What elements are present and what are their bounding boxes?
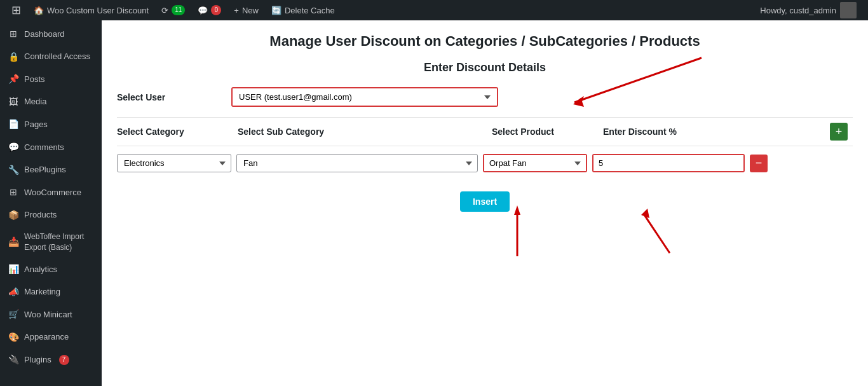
col-header-category: Select Category xyxy=(117,127,238,137)
add-row-button[interactable]: + xyxy=(830,123,848,141)
plugins-icon: 🔌 xyxy=(8,354,19,366)
media-icon: 🖼 xyxy=(8,96,19,109)
category-select[interactable]: Electronics xyxy=(117,154,231,172)
updates-icon: ⟳ xyxy=(161,6,168,15)
sidebar-item-controlled-access[interactable]: 🔒 Controlled Access xyxy=(0,46,102,69)
sidebar-item-beeplugins[interactable]: 🔧 BeePlugins xyxy=(0,159,102,182)
sidebar-item-marketing[interactable]: 📣 Marketing xyxy=(0,281,102,304)
sidebar-item-dashboard[interactable]: ⊞ Dashboard xyxy=(0,23,102,46)
beeplugins-icon: 🔧 xyxy=(8,164,19,177)
woocommerce-icon: ⊞ xyxy=(8,186,19,199)
column-headers: Select Category Select Sub Category Sele… xyxy=(117,117,853,146)
product-select[interactable]: Orpat Fan xyxy=(484,155,586,171)
col-header-product: Select Product xyxy=(492,127,603,137)
subcategory-select[interactable]: Fan xyxy=(236,154,478,172)
discount-row: Electronics Fan Orpat Fan − xyxy=(117,154,853,172)
adminbar-delete-cache[interactable]: 🔄 Delete Cache xyxy=(265,0,341,20)
pages-icon: 📄 xyxy=(8,118,19,131)
user-select[interactable]: USER (test.user1@gmail.com) xyxy=(233,88,497,106)
adminbar-comments[interactable]: 💬 0 xyxy=(191,0,227,20)
sidebar-item-comments[interactable]: 💬 Comments xyxy=(0,136,102,159)
comments-count: 0 xyxy=(211,5,221,15)
plugins-badge: 7 xyxy=(59,355,69,365)
col-header-subcategory: Select Sub Category xyxy=(238,127,492,137)
user-select-wrapper: USER (test.user1@gmail.com) xyxy=(231,87,498,107)
updates-count: 11 xyxy=(172,5,185,15)
dashboard-icon: ⊞ xyxy=(8,28,19,41)
col-header-discount: Enter Discount % xyxy=(603,127,830,137)
insert-button[interactable]: Insert xyxy=(460,191,510,212)
admin-bar: ⊞ 🏠 Woo Custom User Discount ⟳ 11 💬 0 + … xyxy=(0,0,868,20)
comments-sidebar-icon: 💬 xyxy=(8,141,19,154)
plus-icon: + xyxy=(234,6,239,15)
section-title: Enter Discount Details xyxy=(117,61,853,74)
sidebar-item-woocommerce[interactable]: ⊞ WooCommerce xyxy=(0,181,102,204)
remove-row-button[interactable]: − xyxy=(750,155,768,172)
appearance-icon: 🎨 xyxy=(8,331,19,344)
svg-line-5 xyxy=(644,215,670,253)
analytics-icon: 📊 xyxy=(8,263,19,276)
avatar xyxy=(840,2,857,18)
minicart-icon: 🛒 xyxy=(8,308,19,321)
posts-icon: 📌 xyxy=(8,73,19,86)
home-icon: 🏠 xyxy=(34,6,44,15)
marketing-icon: 📣 xyxy=(8,286,19,299)
sidebar-item-woo-minicart[interactable]: 🛒 Woo Minicart xyxy=(0,303,102,326)
products-icon: 📦 xyxy=(8,209,19,222)
product-select-wrapper: Orpat Fan xyxy=(483,154,587,172)
adminbar-site-name[interactable]: 🏠 Woo Custom User Discount xyxy=(27,0,155,20)
sidebar: ⊞ Dashboard 🔒 Controlled Access 📌 Posts … xyxy=(0,20,102,386)
adminbar-updates[interactable]: ⟳ 11 xyxy=(155,0,191,20)
adminbar-wp-logo[interactable]: ⊞ xyxy=(5,0,27,20)
discount-input-wrapper xyxy=(592,154,745,172)
sidebar-item-posts[interactable]: 📌 Posts xyxy=(0,68,102,91)
sidebar-item-appearance[interactable]: 🎨 Appearance xyxy=(0,326,102,349)
comments-icon: 💬 xyxy=(198,6,208,15)
sidebar-item-analytics[interactable]: 📊 Analytics xyxy=(0,258,102,281)
main-content: Manage User Discount on Categories / Sub… xyxy=(102,20,868,386)
sidebar-item-media[interactable]: 🖼 Media xyxy=(0,91,102,114)
page-title: Manage User Discount on Categories / Sub… xyxy=(117,33,853,50)
adminbar-howdy: Howdy, custd_admin xyxy=(754,2,863,18)
sidebar-item-plugins[interactable]: 🔌 Plugins 7 xyxy=(0,348,102,371)
select-user-label: Select User xyxy=(117,92,231,102)
sidebar-item-pages[interactable]: 📄 Pages xyxy=(0,113,102,136)
select-user-row: Select User USER (test.user1@gmail.com) xyxy=(117,87,853,107)
adminbar-new[interactable]: + New xyxy=(227,0,265,20)
lock-icon: 🔒 xyxy=(8,51,19,64)
wp-logo-icon: ⊞ xyxy=(11,3,21,17)
cache-icon: 🔄 xyxy=(271,6,281,15)
webtoffee-icon: 📥 xyxy=(8,236,19,249)
sidebar-item-products[interactable]: 📦 Products xyxy=(0,204,102,227)
discount-input[interactable] xyxy=(593,155,743,171)
sidebar-item-webtoffee[interactable]: 📥 WebToffee Import Export (Basic) xyxy=(0,226,102,258)
